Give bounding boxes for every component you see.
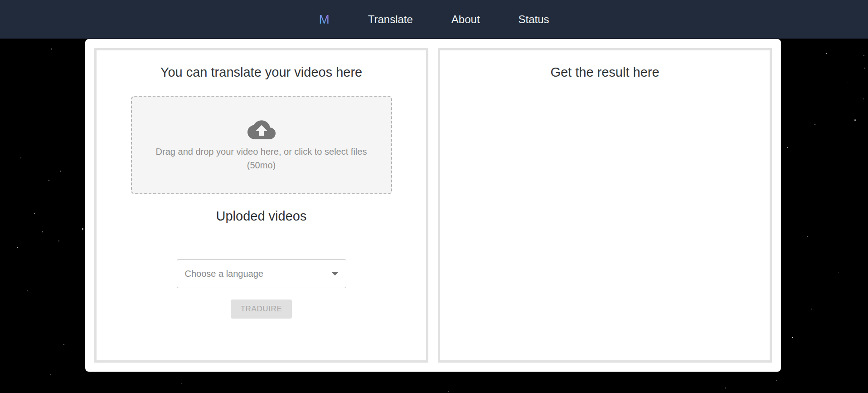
brand-logo[interactable]: M xyxy=(319,12,329,27)
nav-link-about[interactable]: About xyxy=(451,13,480,26)
top-navbar: M Translate About Status xyxy=(0,0,868,39)
chevron-down-icon xyxy=(331,272,339,275)
language-select-placeholder: Choose a language xyxy=(185,269,331,279)
upload-panel-title: You can translate your videos here xyxy=(160,65,363,80)
video-dropzone[interactable]: Drag and drop your video here, or click … xyxy=(131,96,392,194)
nav-link-status[interactable]: Status xyxy=(519,13,549,26)
result-panel: Get the result here xyxy=(438,48,772,363)
uploaded-videos-heading: Uploded videos xyxy=(216,209,307,224)
result-panel-title: Get the result here xyxy=(550,65,659,80)
language-select[interactable]: Choose a language xyxy=(177,259,346,288)
dropzone-size-limit: (50mo) xyxy=(247,158,276,172)
main-card: You can translate your videos here Drag … xyxy=(85,39,781,372)
traduire-button[interactable]: TRADUIRE xyxy=(231,300,292,319)
dropzone-instruction: Drag and drop your video here, or click … xyxy=(156,145,367,158)
upload-panel: You can translate your videos here Drag … xyxy=(94,48,428,363)
nav-link-translate[interactable]: Translate xyxy=(368,13,413,26)
cloud-upload-icon xyxy=(247,116,276,144)
